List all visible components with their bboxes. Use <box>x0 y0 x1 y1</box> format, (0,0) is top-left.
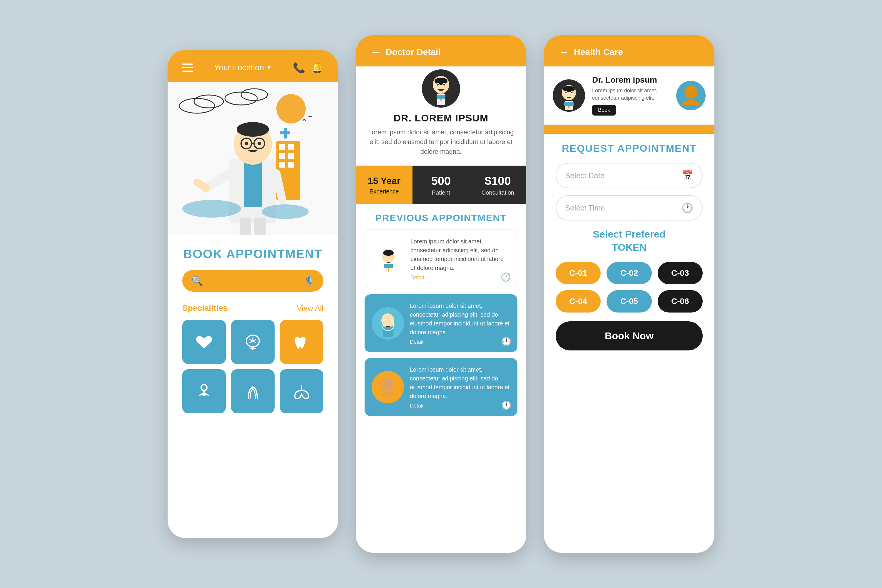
doctor-avatar <box>422 69 460 108</box>
svg-rect-14 <box>280 131 290 134</box>
svg-point-23 <box>244 142 248 145</box>
spec-neurology[interactable] <box>231 320 274 364</box>
phone1-header: Your Location ▼ 📞 🔔 <box>168 50 338 82</box>
menu-icon[interactable] <box>182 63 193 72</box>
location-arrow-icon: ▼ <box>266 64 272 71</box>
book-appointment-title: BOOK APPOINTMENT <box>182 247 323 261</box>
svg-point-48 <box>443 84 445 86</box>
doctor-svg <box>168 82 338 235</box>
svg-point-59 <box>381 314 394 327</box>
svg-point-63 <box>381 378 394 391</box>
svg-rect-29 <box>254 218 266 235</box>
stat-patient: 500 Patient <box>412 166 469 204</box>
token-grid: C-01 C-02 C-03 C-04 C-05 C-06 <box>556 262 703 312</box>
doctor-illustration-area <box>168 82 338 235</box>
svg-line-26 <box>197 182 206 188</box>
specialities-grid <box>182 320 323 413</box>
token-c05[interactable]: C-05 <box>606 290 651 312</box>
doctor-mini-info: Dr. Lorem ipsum Lorem ipsum dolor sit am… <box>592 75 669 116</box>
select-date-placeholder: Select Date <box>565 171 604 180</box>
svg-point-31 <box>262 204 309 219</box>
token-c02[interactable]: C-02 <box>606 262 651 284</box>
svg-rect-10 <box>288 153 294 159</box>
token-c03[interactable]: C-03 <box>658 262 703 284</box>
svg-rect-8 <box>288 144 294 150</box>
search-icon: 🔍 <box>191 275 203 286</box>
svg-rect-12 <box>288 162 294 168</box>
token-section-title: Select PreferedTOKEN <box>556 228 703 254</box>
doctor-name-big: DR. LOREM IPSUM <box>394 112 489 124</box>
back-arrow-icon-3[interactable]: ← <box>559 46 569 58</box>
location-label: Your Location ▼ <box>214 63 272 72</box>
appointment-card-2[interactable]: Lorem ipsum dolor sit amet, consectetur … <box>364 294 518 352</box>
token-c04[interactable]: C-04 <box>556 290 601 312</box>
phone3-header: ← Health Care <box>544 35 714 66</box>
book-button[interactable]: Book <box>592 105 616 116</box>
phone3-header-title: Health Care <box>574 47 623 57</box>
detail-link-3[interactable]: Detail <box>410 403 510 409</box>
doctor-desc: Lorem ipsum dolor sit amet, consectetur … <box>368 127 514 156</box>
calendar-icon: 📅 <box>681 170 693 181</box>
appt-avatar-1 <box>372 243 405 275</box>
mic-icon[interactable]: 🎙️ <box>304 276 315 286</box>
appointment-card-1[interactable]: Lorem ipsum dolor sit amet, consectetur … <box>364 230 518 288</box>
token-c06[interactable]: C-06 <box>658 290 703 312</box>
phone-3: ← Health Care Dr. Lorem ipsum Lorem ipsu… <box>544 35 714 553</box>
svg-rect-51 <box>436 94 446 99</box>
clock-icon-3: 🕐 <box>501 400 512 410</box>
appt-text-3: Lorem ipsum dolor sit amet, consectetur … <box>410 365 510 409</box>
svg-point-1 <box>276 94 306 123</box>
select-date-field[interactable]: Select Date 📅 <box>556 163 703 188</box>
stat-experience: 15 Year Experience <box>356 166 412 204</box>
phone2-header: ← Doctor Detail <box>356 35 526 66</box>
appt-text-1: Lorem ipsum dolor sit amet, consectetur … <box>410 237 510 281</box>
svg-point-69 <box>566 92 567 93</box>
orange-divider <box>544 125 714 134</box>
svg-rect-11 <box>279 162 285 168</box>
svg-rect-57 <box>384 264 393 268</box>
detail-link-1[interactable]: Detail <box>410 274 510 281</box>
svg-point-70 <box>571 92 573 93</box>
token-c01[interactable]: C-01 <box>556 262 601 284</box>
doctor-mini-avatar <box>553 80 585 112</box>
appt-text-2: Lorem ipsum dolor sit amet, consectetur … <box>410 302 510 345</box>
view-all-link[interactable]: View All <box>297 304 323 313</box>
spec-general[interactable] <box>182 369 226 413</box>
select-time-placeholder: Select Time <box>565 204 605 213</box>
doctor-info-top: Dr. Lorem ipsum Lorem ipsum dolor sit am… <box>544 66 714 125</box>
svg-point-47 <box>437 84 439 86</box>
svg-point-38 <box>201 384 207 390</box>
select-time-field[interactable]: Select Time 🕐 <box>556 195 703 220</box>
appointment-card-3[interactable]: Lorem ipsum dolor sit amet, consectetur … <box>364 358 518 416</box>
phone-1: Your Location ▼ 📞 🔔 <box>168 50 338 538</box>
phone-icon[interactable]: 📞 <box>293 62 305 74</box>
specialities-header: Specialities View All <box>182 303 323 313</box>
patient-avatar <box>676 81 706 110</box>
prev-appt-title: PREVIOUS APPOINTMENT <box>356 204 526 230</box>
doctor-mini-name: Dr. Lorem ipsum <box>592 75 669 85</box>
request-appointment-section: REQUEST APPOINTMENT Select Date 📅 Select… <box>544 134 714 359</box>
spec-dentistry[interactable] <box>280 320 323 364</box>
request-appointment-title: REQUEST APPOINTMENT <box>556 142 703 154</box>
svg-point-19 <box>237 122 269 137</box>
book-now-button[interactable]: Book Now <box>556 321 703 351</box>
svg-rect-7 <box>279 144 285 150</box>
doctor-mini-desc: Lorem ipsum dolor sit amet, consectetur … <box>592 87 669 102</box>
phone2-header-title: Doctor Detail <box>386 47 441 57</box>
phones-container: Your Location ▼ 📞 🔔 <box>168 35 714 553</box>
svg-point-74 <box>684 86 698 99</box>
svg-point-30 <box>182 200 241 218</box>
appt-avatar-3 <box>372 371 404 404</box>
svg-point-54 <box>383 250 394 256</box>
search-bar[interactable]: 🔍 🎙️ <box>182 270 323 292</box>
stat-consultation: $100 Consultation <box>470 166 526 204</box>
svg-rect-9 <box>279 153 285 159</box>
spec-pulmonology[interactable] <box>280 369 323 413</box>
clock-icon-field: 🕐 <box>681 202 693 213</box>
bell-icon[interactable]: 🔔 <box>311 62 323 74</box>
back-arrow-icon[interactable]: ← <box>370 46 381 58</box>
detail-link-2[interactable]: Detail <box>410 339 510 345</box>
header-icons: 📞 🔔 <box>293 62 323 74</box>
spec-hair[interactable] <box>231 369 274 413</box>
spec-cardiology[interactable] <box>182 320 226 364</box>
